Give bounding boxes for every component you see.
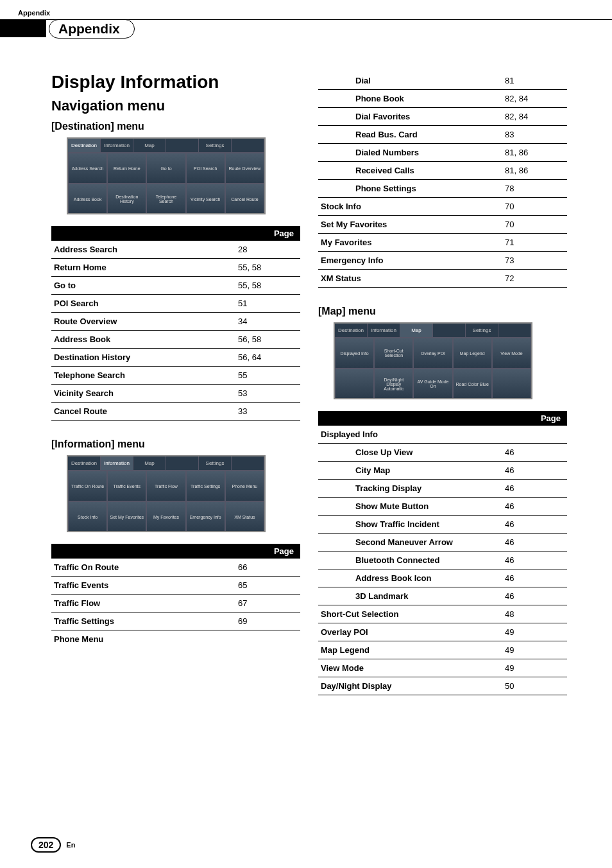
table-page-header: Page: [502, 411, 567, 426]
screenshot-cell: My Favorites: [146, 501, 185, 532]
information-menu-heading: [Information] menu: [51, 438, 300, 450]
table-row: Stock Info70: [318, 198, 567, 216]
index-entry-label: Second Maneuver Arrow: [318, 534, 502, 551]
right-column: Dial81Phone Book82, 84Dial Favorites82, …: [318, 72, 567, 695]
index-entry-label: Bluetooth Connected: [318, 551, 502, 569]
index-entry-page: 46: [502, 462, 567, 480]
screenshot-tab: Destination: [335, 324, 368, 337]
screenshot-tab: [498, 324, 531, 337]
index-entry-label: Map Legend: [318, 641, 502, 659]
index-entry-page: 46: [502, 498, 567, 516]
screenshot-cell: Traffic On Route: [68, 471, 107, 501]
index-entry-label: Tracking Display: [318, 480, 502, 498]
index-entry-label: Short-Cut Selection: [318, 605, 502, 623]
screenshot-cell: Vicinity Search: [186, 184, 225, 214]
page-number-badge: 202: [31, 837, 61, 853]
index-entry-label: POI Search: [51, 295, 235, 313]
table-row: Dial Favorites82, 84: [318, 108, 567, 126]
table-row: Emergency Info73: [318, 252, 567, 270]
destination-menu-heading: [Destination] menu: [51, 121, 300, 132]
index-entry-page: 56, 58: [235, 331, 300, 349]
index-entry-page: 78: [502, 180, 567, 198]
display-information-heading: Display Information: [51, 72, 300, 92]
section-header: Appendix: [0, 19, 612, 40]
index-entry-label: Read Bus. Card: [318, 126, 502, 144]
index-entry-page: 46: [502, 587, 567, 605]
index-entry-page: 55, 58: [235, 277, 300, 295]
screenshot-cell: View Mode: [492, 338, 531, 369]
screenshot-cell: Overlay POI: [413, 338, 452, 369]
top-breadcrumb-label: Appendix: [18, 9, 50, 17]
screenshot-cell: Day/Night Display Automatic: [374, 369, 413, 399]
index-entry-label: Telephone Search: [51, 367, 235, 385]
screenshot-cell: Emergency Info: [186, 501, 225, 532]
table-row: Route Overview34: [51, 313, 300, 331]
table-row: Address Book Icon46: [318, 569, 567, 587]
index-entry-page: 70: [502, 198, 567, 216]
table-row: Telephone Search55: [51, 367, 300, 385]
screenshot-tab: Settings: [466, 324, 498, 337]
screenshot-cell: Phone Menu: [225, 471, 264, 501]
left-column: Display Information Navigation menu [Des…: [51, 72, 300, 695]
index-entry-label: Dial Favorites: [318, 108, 502, 126]
index-entry-page: 53: [235, 385, 300, 403]
screenshot-cell: Displayed Info: [335, 338, 374, 369]
screenshot-tab: Settings: [199, 456, 232, 470]
index-entry-label: Cancel Route: [51, 403, 235, 421]
index-entry-label: Displayed Info: [318, 426, 502, 444]
table-row: Bluetooth Connected46: [318, 551, 567, 569]
index-entry-label: Show Mute Button: [318, 498, 502, 516]
table-row: Read Bus. Card83: [318, 126, 567, 144]
index-entry-label: Stock Info: [318, 198, 502, 216]
index-entry-page: 65: [235, 577, 300, 595]
table-row: Displayed Info: [318, 426, 567, 444]
screenshot-tab: Information: [101, 139, 133, 152]
index-entry-page: 46: [502, 569, 567, 587]
index-entry-label: Traffic On Route: [51, 559, 235, 577]
destination-index-table: Page Address Search28Return Home55, 58Go…: [51, 226, 300, 421]
screenshot-tab: [232, 456, 264, 470]
screenshot-cell: Traffic Events: [107, 471, 146, 501]
index-entry-page: 81: [502, 72, 567, 90]
table-page-header: Page: [235, 226, 300, 241]
index-entry-label: Phone Menu: [51, 630, 235, 648]
screenshot-tab: [232, 139, 264, 152]
table-row: My Favorites71: [318, 234, 567, 252]
index-entry-page: 56, 64: [235, 349, 300, 367]
index-entry-page: 46: [502, 444, 567, 462]
table-row: Dial81: [318, 72, 567, 90]
index-entry-page: 81, 86: [502, 144, 567, 162]
index-entry-label: Traffic Events: [51, 577, 235, 595]
screenshot-tab: [433, 324, 466, 337]
screenshot-tab: Map: [133, 139, 166, 152]
screenshot-cell: POI Search: [186, 153, 225, 184]
table-row: Vicinity Search53: [51, 385, 300, 403]
index-entry-label: My Favorites: [318, 234, 502, 252]
table-row: Show Traffic Incident46: [318, 516, 567, 534]
index-entry-label: Set My Favorites: [318, 216, 502, 234]
index-entry-page: 34: [235, 313, 300, 331]
screenshot-tab: Map: [133, 456, 166, 470]
index-entry-page: 33: [235, 403, 300, 421]
index-entry-page: 46: [502, 480, 567, 498]
index-entry-page: 66: [235, 559, 300, 577]
screenshot-tab: Information: [101, 456, 133, 470]
table-row: Return Home55, 58: [51, 259, 300, 277]
index-entry-label: Return Home: [51, 259, 235, 277]
index-entry-label: Show Traffic Incident: [318, 516, 502, 534]
page-lang-label: En: [66, 841, 75, 849]
table-row: XM Status72: [318, 270, 567, 288]
map-index-table: Page Displayed InfoClose Up View46City M…: [318, 411, 567, 695]
screenshot-tab: Map: [400, 324, 433, 337]
index-entry-label: Traffic Flow: [51, 595, 235, 612]
table-row: Day/Night Display50: [318, 677, 567, 695]
map-menu-heading: [Map] menu: [318, 306, 567, 317]
destination-menu-screenshot: DestinationInformationMapSettings Addres…: [67, 137, 266, 214]
screenshot-cell: Stock Info: [68, 501, 107, 532]
table-row: POI Search51: [51, 295, 300, 313]
table-row: Destination History56, 64: [51, 349, 300, 367]
index-entry-page: 51: [235, 295, 300, 313]
index-entry-page: 46: [502, 534, 567, 551]
index-entry-label: XM Status: [318, 270, 502, 288]
index-entry-label: Close Up View: [318, 444, 502, 462]
